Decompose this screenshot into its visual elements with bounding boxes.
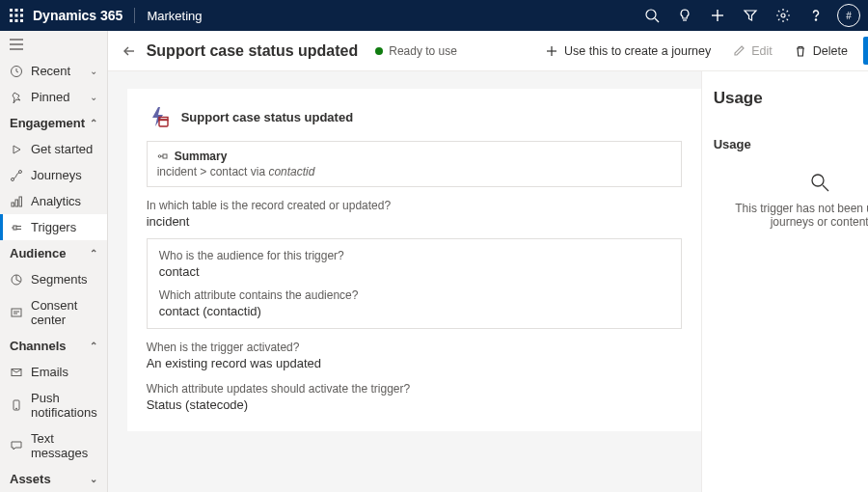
chevron-down-icon: ⌄ — [90, 66, 97, 76]
lightbulb-icon[interactable] — [673, 4, 696, 27]
sidebar-item-text-messages[interactable]: Text messages — [0, 425, 107, 466]
sidebar-section-engagement[interactable]: Engagement ⌃ — [0, 110, 107, 136]
back-button[interactable] — [122, 43, 137, 59]
summary-label: Summary — [175, 150, 228, 163]
trigger-icon — [10, 221, 23, 234]
button-label: Use this to create a journey — [564, 44, 711, 58]
sidebar-item-get-started[interactable]: Get started — [0, 136, 107, 162]
empty-message: This trigger has not been used in journe… — [714, 202, 868, 229]
svg-rect-30 — [12, 309, 21, 316]
page-title: Support case status updated — [147, 42, 359, 60]
sidebar-item-label: Pinned — [31, 90, 69, 104]
sidebar-section-channels[interactable]: Channels ⌃ — [0, 333, 107, 359]
top-nav-actions: # — [640, 4, 860, 27]
sidebar-item-label: Segments — [31, 272, 88, 287]
push-icon — [10, 398, 23, 412]
sidebar-section-audience[interactable]: Audience ⌃ — [0, 240, 107, 266]
usage-panel: Usage Usage This trigger has not been us… — [701, 71, 868, 492]
sidebar-section-label: Assets — [10, 472, 51, 486]
sidebar-item-label: Recent — [31, 64, 70, 78]
sidebar-section-assets[interactable]: Assets ⌄ — [0, 466, 107, 492]
delete-button[interactable]: Delete — [788, 41, 854, 62]
command-bar: Support case status updated Ready to use… — [108, 31, 868, 71]
question-table: In which table is the record created or … — [147, 199, 682, 212]
question-updates: Which attribute updates should activate … — [147, 382, 682, 396]
app-launcher-icon[interactable] — [8, 7, 25, 24]
sidebar-item-analytics[interactable]: Analytics — [0, 188, 107, 214]
usage-empty-state: This trigger has not been used in journe… — [714, 171, 868, 229]
question-when: When is the trigger activated? — [147, 341, 682, 354]
sidebar-section-label: Engagement — [10, 116, 85, 130]
sidebar-item-label: Journeys — [31, 168, 82, 182]
sidebar-item-journeys[interactable]: Journeys — [0, 162, 107, 188]
sidebar-item-segments[interactable]: Segments — [0, 266, 107, 292]
value-updates: Status (statecode) — [147, 397, 682, 412]
consent-icon — [10, 306, 23, 319]
chevron-up-icon: ⌃ — [90, 341, 97, 351]
hamburger-icon[interactable] — [0, 31, 107, 58]
svg-point-35 — [16, 408, 17, 409]
svg-rect-4 — [15, 14, 18, 17]
sms-icon — [10, 439, 23, 452]
gear-icon[interactable] — [772, 4, 795, 27]
svg-rect-0 — [10, 9, 13, 12]
svg-rect-1 — [15, 9, 18, 12]
help-icon[interactable] — [804, 4, 827, 27]
account-avatar[interactable]: # — [837, 4, 860, 27]
sidebar: Recent ⌄ Pinned ⌄ Engagement ⌃ Get start… — [0, 31, 108, 492]
use-journey-button[interactable]: Use this to create a journey — [539, 41, 717, 62]
svg-line-44 — [823, 185, 828, 191]
sidebar-item-label: Get started — [31, 142, 93, 156]
filter-icon[interactable] — [739, 4, 762, 27]
sidebar-item-recent[interactable]: Recent ⌄ — [0, 58, 107, 84]
nav-divider — [134, 8, 135, 23]
sidebar-item-label: Push notifications — [31, 391, 97, 420]
sidebar-item-emails[interactable]: Emails — [0, 359, 107, 385]
button-label: Delete — [813, 44, 848, 58]
sidebar-item-pinned[interactable]: Pinned ⌄ — [0, 84, 107, 110]
svg-point-15 — [815, 19, 816, 20]
svg-rect-3 — [10, 14, 13, 17]
svg-rect-26 — [14, 226, 16, 230]
sidebar-item-consent-center[interactable]: Consent center — [0, 292, 107, 333]
top-nav: Dynamics 365 Marketing # — [0, 0, 868, 31]
content-area: Support case status updated Ready to use… — [108, 31, 868, 492]
sidebar-item-triggers[interactable]: Triggers — [0, 214, 107, 240]
svg-rect-23 — [15, 200, 18, 206]
question-audience: Who is the audience for this trigger? — [159, 249, 669, 262]
summary-box: Summary incident > contact via contactid — [147, 141, 682, 187]
flow-icon — [157, 150, 169, 162]
svg-rect-24 — [19, 197, 22, 206]
trigger-name: Support case status updated — [181, 110, 353, 124]
pin-icon — [10, 91, 23, 104]
svg-point-9 — [646, 10, 656, 19]
svg-rect-39 — [159, 118, 168, 121]
sidebar-item-label: Triggers — [31, 220, 76, 234]
email-icon — [10, 366, 23, 379]
value-audience: contact — [159, 264, 669, 279]
summary-path: incident > contact via contactid — [157, 165, 671, 178]
play-icon — [10, 143, 23, 156]
sidebar-item-label: Consent center — [31, 298, 97, 327]
stop-button[interactable]: Stop — [863, 37, 868, 65]
sidebar-item-label: Emails — [31, 365, 68, 379]
sidebar-item-push-notifications[interactable]: Push notifications — [0, 385, 107, 425]
chevron-up-icon: ⌃ — [90, 118, 97, 128]
chevron-up-icon: ⌃ — [90, 248, 97, 259]
usage-subtitle: Usage — [714, 137, 868, 151]
sidebar-item-label: Analytics — [31, 194, 81, 208]
svg-point-14 — [781, 14, 785, 17]
status-dot-icon — [375, 47, 383, 55]
search-icon[interactable] — [640, 4, 664, 27]
svg-rect-6 — [10, 19, 13, 22]
edit-button[interactable]: Edit — [726, 41, 778, 62]
add-icon[interactable] — [706, 4, 729, 27]
value-attribute: contact (contactid) — [159, 304, 669, 318]
chevron-down-icon: ⌄ — [90, 92, 97, 102]
svg-rect-22 — [12, 203, 14, 206]
button-label: Edit — [751, 44, 773, 58]
audience-box: Who is the audience for this trigger? co… — [147, 238, 682, 329]
usage-title: Usage — [714, 89, 868, 108]
value-when: An existing record was updated — [147, 356, 682, 370]
journey-icon — [10, 169, 23, 182]
